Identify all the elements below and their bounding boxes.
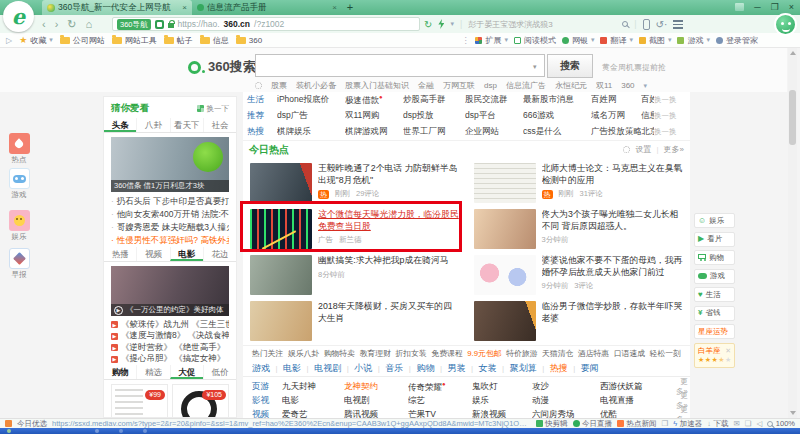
lightning-icon[interactable] — [438, 19, 444, 29]
misc-icon[interactable]: ❐ — [662, 419, 669, 428]
reading-mode-button[interactable]: 阅读模式 — [514, 35, 556, 46]
horoscope-button[interactable]: 星座运势 — [694, 324, 735, 339]
category-tab[interactable]: 女装 — [479, 362, 497, 375]
settings-link[interactable]: 设置 — [635, 144, 651, 155]
download-button[interactable]: ↓下载 — [707, 419, 728, 429]
favorites-button[interactable]: ★收藏▾ — [19, 35, 53, 46]
quick-link[interactable]: 天猫清仓 — [542, 348, 573, 359]
bookmark-folder[interactable]: 帖子 — [164, 35, 193, 46]
hot-word[interactable]: 股票 — [271, 80, 287, 91]
hot-word[interactable]: 信息流广告 — [506, 80, 546, 91]
tab-gossip[interactable]: 八卦 — [136, 118, 169, 132]
rail-watch[interactable]: ▶看片 — [694, 232, 735, 247]
rail-save-money[interactable]: ¥省钱 — [694, 306, 735, 321]
minimize-button[interactable]: ─ — [754, 1, 760, 14]
tab-trending[interactable]: 热播 — [104, 247, 136, 261]
category-tab[interactable]: 要闻 — [581, 362, 599, 375]
more-link[interactable]: 更多» — [676, 405, 688, 418]
horoscope-card[interactable]: 白羊座✕ ★★★★★ — [694, 343, 735, 368]
menu-icon[interactable] — [673, 20, 683, 29]
refresh-icon[interactable]: ↻ — [67, 18, 76, 31]
link[interactable]: 企业网站 — [465, 126, 523, 138]
rail-shopping[interactable]: 购物 — [694, 250, 735, 265]
chevron-down-icon[interactable]: ▾ — [644, 82, 648, 90]
row-label[interactable]: 页游 — [252, 381, 282, 393]
link[interactable]: 最新股市消息 — [523, 94, 591, 106]
movie-item[interactable]: ▶《提心吊胆》 《搞定女神》 — [111, 354, 229, 366]
translate-button[interactable]: 翻译▾ — [600, 35, 633, 46]
hot-word[interactable]: 永恒纪元 — [555, 80, 587, 91]
undo-icon[interactable]: ↺· — [656, 19, 668, 30]
login-keeper-button[interactable]: 登录管家 — [716, 35, 758, 46]
row-label[interactable]: 视频 — [252, 409, 282, 418]
bookmark-folder[interactable]: 360 — [236, 36, 262, 45]
quick-link[interactable]: 轻松一刻 — [650, 348, 681, 359]
home-icon[interactable]: ⌂ — [86, 18, 93, 30]
live-button[interactable]: 今日直播 — [573, 419, 613, 429]
news-card[interactable]: 婆婆说他家不要不下蛋的母鸡，我再婚怀孕后故意成天从他家门前过 9分钟前3评论 — [467, 252, 691, 298]
category-tab[interactable]: 聚划算 — [510, 362, 537, 375]
news-item[interactable]: ·哥嫂秀恩爱 妹夫吃醋载3人撞火车 — [111, 221, 229, 234]
category-tab[interactable]: 购物 — [416, 362, 434, 375]
link[interactable]: 电视剧 — [344, 395, 408, 407]
movie-image[interactable]: ▶《一万公里的约定》美好肉体 — [111, 266, 229, 316]
link[interactable]: 新浪视频 — [472, 409, 532, 418]
quick-link[interactable]: 娱乐八卦 — [288, 348, 319, 359]
login-avatar[interactable] — [774, 13, 797, 36]
movie-caption[interactable]: 《一万公里的约定》美好肉体 — [126, 305, 224, 315]
rail-games[interactable]: 游戏 — [6, 168, 32, 200]
news-card[interactable]: 王毅昨晚通了2个电话 力防朝鲜半岛出现"8月危机" 热刚刚29评论 — [243, 160, 467, 206]
link[interactable]: 棋牌游戏网 — [345, 126, 403, 138]
quick-link[interactable]: 热门关注 — [252, 348, 283, 359]
movie-item[interactable]: ▶《逆时营救》 《绝世高手》 — [111, 342, 229, 354]
link[interactable]: 双11网购 — [345, 110, 403, 122]
tab-doc[interactable]: 信息流产品手册 × — [192, 0, 342, 15]
search-history-icon[interactable]: ▾ — [533, 63, 537, 71]
link[interactable]: 信息发布网 — [641, 110, 654, 122]
category-tab[interactable]: 男装 — [447, 362, 465, 375]
news-card[interactable]: 2018年天降横财，买房又买车的四大生肖 — [243, 298, 467, 344]
scrollbar-thumb[interactable] — [789, 90, 796, 145]
gift-icon[interactable] — [5, 420, 12, 427]
quick-link[interactable]: 购物特卖 — [324, 348, 355, 359]
quick-link[interactable]: 特价旅游 — [506, 348, 537, 359]
new-tab-button[interactable]: + — [342, 0, 358, 15]
row-label[interactable]: 推荐 — [247, 110, 277, 122]
category-tab[interactable]: 电视剧 — [314, 362, 341, 375]
link[interactable]: css是什么 — [523, 126, 591, 138]
hot-word[interactable]: 双11 — [596, 80, 612, 91]
accelerator-button[interactable]: ϟ加速器 — [673, 419, 702, 429]
link[interactable]: 腾讯视频 — [344, 409, 408, 418]
sidebar-toggle-icon[interactable]: ▷ — [6, 36, 12, 45]
quick-clip-button[interactable]: 快剪辑 — [536, 419, 568, 429]
link[interactable]: 九天封神 — [282, 381, 344, 393]
screenshot-button[interactable]: 截图▾ — [639, 35, 672, 46]
rail-hotspot[interactable]: 热点 — [6, 133, 32, 165]
address-bar[interactable]: 360导航 https://hao.360.cn/?z1002 — [112, 17, 420, 31]
speaker-icon[interactable]: ◁ — [757, 419, 763, 428]
link[interactable]: 棋牌娱乐 — [277, 126, 345, 138]
windows-taskbar[interactable] — [0, 428, 800, 434]
tab-shopping[interactable]: 购物 — [104, 365, 136, 379]
hot-word[interactable]: 万网互联 — [443, 80, 475, 91]
scroll-up-icon[interactable] — [790, 51, 796, 55]
link[interactable]: 域名万网 — [591, 110, 641, 122]
link[interactable]: 鬼吹灯 — [472, 381, 532, 393]
tab-society[interactable]: 社会 — [203, 118, 236, 132]
link[interactable]: 世界工厂网 — [403, 126, 465, 138]
link[interactable]: dsp投放 — [403, 110, 465, 122]
news-item-highlight[interactable]: ·性侵男性不算强奸吗? 高铁外卖 — [111, 234, 229, 247]
link[interactable]: 666游戏 — [523, 110, 591, 122]
swap-button[interactable]: 换一换 — [654, 127, 690, 137]
scroll-down-icon[interactable] — [790, 411, 796, 415]
gear-icon[interactable] — [623, 146, 630, 153]
site-badge[interactable]: 360导航 — [117, 19, 151, 30]
tab-close-icon[interactable]: × — [332, 3, 337, 12]
link[interactable]: dsp广告 — [277, 110, 345, 122]
tab-entertainment[interactable]: 花边 — [203, 247, 236, 261]
hot-word[interactable]: dsp — [484, 81, 497, 90]
link[interactable]: 炒股高手群 — [403, 94, 465, 106]
link[interactable]: 百姓网 — [591, 94, 641, 106]
quick-link[interactable]: 教育理财 — [360, 348, 391, 359]
main-search-input[interactable] — [255, 54, 545, 77]
